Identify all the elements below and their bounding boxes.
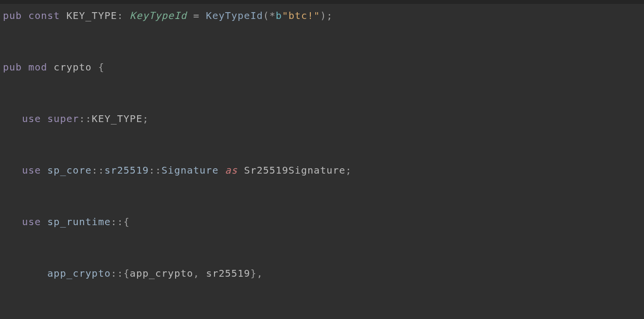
kw-as: as <box>225 164 238 176</box>
code-line: pub mod crypto { <box>3 59 641 75</box>
kw-pub: pub <box>3 10 22 21</box>
code-line: use sp_runtime::{ <box>3 214 641 230</box>
const-name: KEY_TYPE <box>66 10 117 21</box>
blank-line <box>3 188 641 204</box>
code-block: pub const KEY_TYPE: KeyTypeId = KeyTypeI… <box>0 4 644 319</box>
type-ref: KeyTypeId <box>130 10 187 21</box>
kw-mod: mod <box>28 61 47 73</box>
kw-super: super <box>47 113 79 124</box>
code-line: use super::KEY_TYPE; <box>3 111 641 126</box>
blank-line <box>3 136 641 153</box>
code-line: app_crypto::{app_crypto, sr25519}, <box>3 266 641 281</box>
byte-string-literal: "btc!" <box>282 10 320 21</box>
top-bar <box>0 0 644 4</box>
kw-use: use <box>22 216 41 228</box>
blank-line <box>3 291 641 307</box>
ctor-call: KeyTypeId <box>206 10 263 21</box>
blank-line <box>3 33 641 50</box>
kw-use: use <box>22 164 41 176</box>
kw-const: const <box>28 10 60 21</box>
mod-name: crypto <box>54 61 91 73</box>
blank-line <box>3 239 641 256</box>
code-line: use sp_core::sr25519::Signature as Sr255… <box>3 162 641 178</box>
kw-pub: pub <box>3 61 22 73</box>
code-line: traits::Verify, <box>3 317 641 319</box>
blank-line <box>3 85 641 101</box>
code-line: pub const KEY_TYPE: KeyTypeId = KeyTypeI… <box>3 8 641 23</box>
kw-use: use <box>22 113 41 124</box>
